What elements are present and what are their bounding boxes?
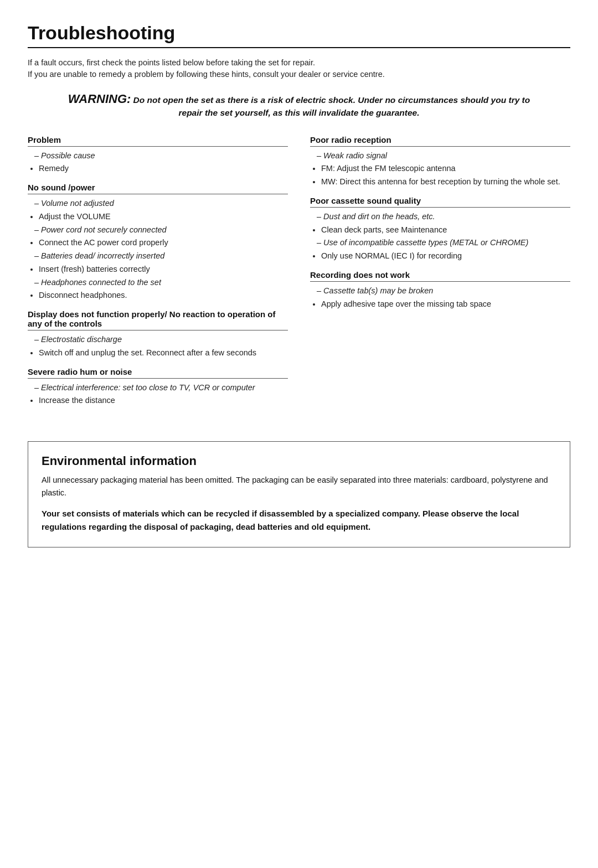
list-item: Weak radio signal <box>317 150 570 162</box>
warning-block: WARNING: Do not open the set as there is… <box>61 92 537 120</box>
radio-hum-header: Severe radio hum or noise <box>28 367 288 379</box>
cassette-quality-list: Dust and dirt on the heads, etc. Clean d… <box>310 211 570 262</box>
list-item: Electrical interference: set too close t… <box>34 382 288 394</box>
warning-body: Do not open the set as there is a risk o… <box>133 95 530 117</box>
intro-line-1: If a fault occurs, first check the point… <box>28 58 570 67</box>
poor-radio-header: Poor radio reception <box>310 135 570 147</box>
list-item: Connect the AC power cord properly <box>39 237 288 249</box>
list-item: Clean deck parts, see Maintenance <box>321 224 570 236</box>
environmental-info-box: Environmental information All unnecessar… <box>28 441 570 547</box>
title-divider <box>28 47 570 48</box>
page-title: Troubleshooting <box>28 22 570 44</box>
list-item: Batteries dead/ incorrectly inserted <box>34 250 288 262</box>
list-item: Adjust the VOLUME <box>39 211 288 223</box>
list-item: Volume not adjusted <box>34 198 288 210</box>
radio-hum-list: Electrical interference: set too close t… <box>28 382 288 407</box>
recording-header: Recording does not work <box>310 270 570 282</box>
recording-list: Cassette tab(s) may be broken Apply adhe… <box>310 285 570 311</box>
no-sound-header: No sound /power <box>28 183 288 194</box>
problem-header: Problem <box>28 135 288 147</box>
env-title: Environmental information <box>42 454 556 468</box>
poor-radio-list: Weak radio signal FM: Adjust the FM tele… <box>310 150 570 188</box>
list-item: Use of incompatible cassette types (META… <box>317 237 570 249</box>
left-column: Problem Possible cause Remedy No sound /… <box>28 135 288 409</box>
right-column: Poor radio reception Weak radio signal F… <box>310 135 570 409</box>
no-sound-list: Volume not adjusted Adjust the VOLUME Po… <box>28 198 288 302</box>
remedy-label: Remedy <box>39 163 288 175</box>
list-item: Switch off and unplug the set. Reconnect… <box>39 347 288 359</box>
problem-intro-list: Possible cause Remedy <box>28 150 288 175</box>
list-item: Only use NORMAL (IEC I) for recording <box>321 250 570 262</box>
list-item: MW: Direct this antenna for best recepti… <box>321 176 570 188</box>
list-item: Headphones connected to the set <box>34 277 288 289</box>
list-item: Disconnect headphones. <box>39 290 288 302</box>
list-item: Dust and dirt on the heads, etc. <box>317 211 570 223</box>
list-item: Electrostatic discharge <box>34 334 288 346</box>
list-item: Increase the distance <box>39 395 288 407</box>
display-header: Display does not function properly/ No r… <box>28 309 288 330</box>
possible-cause-label: Possible cause <box>34 150 288 162</box>
env-text-1: All unnecessary packaging material has b… <box>42 474 556 499</box>
list-item: Apply adhesive tape over the missing tab… <box>321 298 570 311</box>
two-column-layout: Problem Possible cause Remedy No sound /… <box>28 135 570 409</box>
list-item: FM: Adjust the FM telescopic antenna <box>321 163 570 175</box>
list-item: Insert (fresh) batteries correctly <box>39 264 288 276</box>
list-item: Cassette tab(s) may be broken <box>317 285 570 297</box>
list-item: Power cord not securely connected <box>34 224 288 236</box>
intro-line-2: If you are unable to remedy a problem by… <box>28 70 570 79</box>
warning-label: WARNING: <box>68 92 131 106</box>
display-list: Electrostatic discharge Switch off and u… <box>28 334 288 359</box>
env-text-2: Your set consists of materials which can… <box>42 507 556 534</box>
cassette-quality-header: Poor cassette sound quality <box>310 196 570 208</box>
